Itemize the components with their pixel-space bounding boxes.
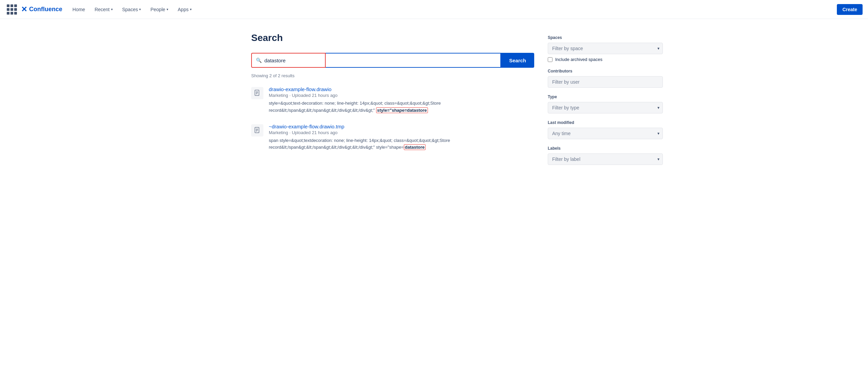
confluence-logo[interactable]: ✕ Confluence bbox=[21, 5, 62, 14]
result-meta-2: Marketing · Uploaded 21 hours ago bbox=[269, 130, 534, 135]
include-archived-row: Include archived spaces bbox=[548, 57, 663, 62]
result-file-icon-1 bbox=[251, 87, 263, 99]
nav-recent[interactable]: Recent ▾ bbox=[91, 5, 116, 14]
labels-section-title: Labels bbox=[548, 146, 663, 151]
filter-by-type-wrap: Filter by type bbox=[548, 102, 663, 113]
nav-home-label: Home bbox=[72, 7, 85, 12]
sidebar: Spaces Filter by space Include archived … bbox=[548, 33, 663, 168]
nav-home[interactable]: Home bbox=[69, 5, 88, 14]
search-icon: 🔍 bbox=[256, 58, 262, 63]
page-layout: Search 🔍 datastore Search Showing 2 of 2… bbox=[197, 19, 671, 181]
result-body-1: drawio-example-flow.drawio Marketing · U… bbox=[269, 86, 534, 114]
nav-apps-chevron: ▾ bbox=[190, 7, 192, 11]
nav-apps-label: Apps bbox=[178, 7, 189, 12]
nav-recent-chevron: ▾ bbox=[111, 7, 113, 11]
nav-people-chevron: ▾ bbox=[167, 7, 168, 11]
filter-by-space-select[interactable]: Filter by space bbox=[548, 43, 663, 54]
nav-spaces-label: Spaces bbox=[122, 7, 138, 12]
confluence-logo-icon: ✕ bbox=[21, 5, 27, 14]
nav-people-label: People bbox=[150, 7, 165, 12]
page-title: Search bbox=[251, 33, 534, 43]
result-item-2: ~drawio-example-flow.drawio.tmp Marketin… bbox=[251, 124, 534, 151]
result-snippet-1: style=&quot;text-decoration: none; line-… bbox=[269, 100, 534, 114]
last-modified-select[interactable]: Any time bbox=[548, 128, 663, 139]
search-button[interactable]: Search bbox=[501, 53, 534, 68]
filter-by-label-wrap: Filter by label bbox=[548, 153, 663, 165]
nav-spaces-chevron: ▾ bbox=[139, 7, 141, 11]
navbar: ✕ Confluence Home Recent ▾ Spaces ▾ Peop… bbox=[0, 0, 868, 19]
last-modified-section-title: Last modified bbox=[548, 120, 663, 125]
contributors-section-title: Contributors bbox=[548, 69, 663, 73]
spaces-section-title: Spaces bbox=[548, 35, 663, 40]
filter-by-label-select[interactable]: Filter by label bbox=[548, 153, 663, 165]
results-count: Showing 2 of 2 results bbox=[251, 73, 534, 78]
result-meta-1: Marketing · Uploaded 21 hours ago bbox=[269, 93, 534, 98]
include-archived-checkbox[interactable] bbox=[548, 57, 552, 62]
snippet-highlight-1: style="shape=datastore bbox=[376, 107, 428, 113]
nav-people[interactable]: People ▾ bbox=[147, 5, 172, 14]
result-body-2: ~drawio-example-flow.drawio.tmp Marketin… bbox=[269, 124, 534, 151]
result-title-2[interactable]: ~drawio-example-flow.drawio.tmp bbox=[269, 124, 344, 129]
filter-by-space-wrap: Filter by space bbox=[548, 43, 663, 54]
filter-by-type-select[interactable]: Filter by type bbox=[548, 102, 663, 113]
result-item: drawio-example-flow.drawio Marketing · U… bbox=[251, 86, 534, 114]
type-section-title: Type bbox=[548, 94, 663, 99]
nav-apps[interactable]: Apps ▾ bbox=[174, 5, 195, 14]
result-title-1[interactable]: drawio-example-flow.drawio bbox=[269, 86, 331, 92]
app-grid-icon[interactable] bbox=[5, 3, 18, 16]
include-archived-label[interactable]: Include archived spaces bbox=[555, 57, 602, 62]
last-modified-wrap: Any time bbox=[548, 128, 663, 139]
nav-spaces[interactable]: Spaces ▾ bbox=[119, 5, 145, 14]
result-file-icon-2 bbox=[251, 124, 263, 136]
snippet-highlight-2: datastore bbox=[404, 144, 426, 150]
main-content: Search 🔍 datastore Search Showing 2 of 2… bbox=[251, 33, 534, 168]
create-button[interactable]: Create bbox=[837, 4, 863, 15]
nav-recent-label: Recent bbox=[94, 7, 109, 12]
result-snippet-2: span style=&quot;textdecoration: none; l… bbox=[269, 137, 534, 151]
filter-by-user-input[interactable] bbox=[548, 76, 663, 88]
search-input[interactable] bbox=[326, 53, 501, 68]
search-query-box[interactable]: 🔍 datastore bbox=[251, 53, 326, 68]
search-query-value: datastore bbox=[264, 58, 286, 63]
confluence-logo-text: Confluence bbox=[29, 6, 62, 13]
search-bar-row: 🔍 datastore Search bbox=[251, 53, 534, 68]
